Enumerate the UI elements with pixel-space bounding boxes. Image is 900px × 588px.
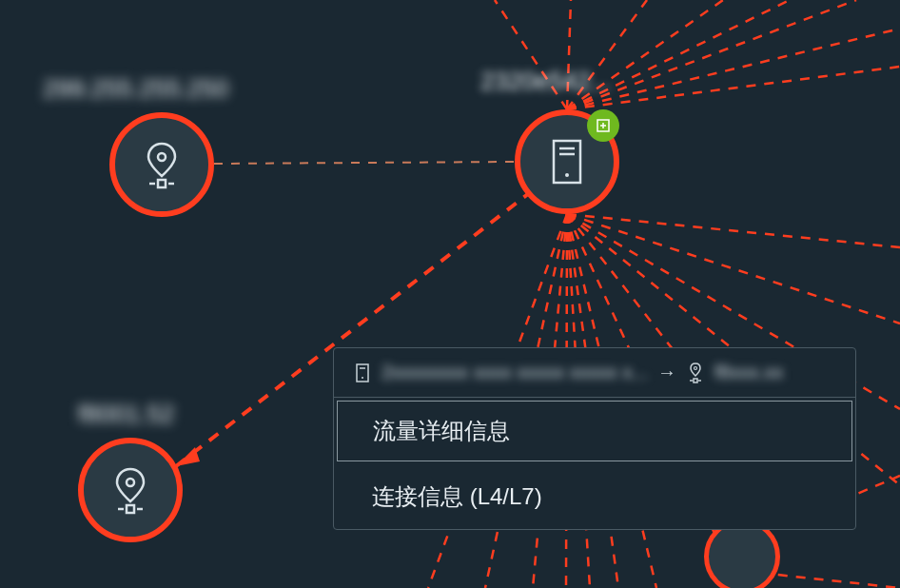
edge-context-menu: 2xxxxxxxx xxxx xxxxx xxxxx x... → f8xxx.… <box>333 347 856 530</box>
location-pin-icon <box>142 140 182 189</box>
svg-line-7 <box>567 29 900 109</box>
svg-line-0 <box>214 162 514 164</box>
node-label-bottom-left: f8001.52 <box>78 400 174 429</box>
location-pin-icon <box>686 363 705 383</box>
svg-point-37 <box>127 479 134 486</box>
context-target-label: f8xxx.xx <box>714 362 783 383</box>
svg-line-8 <box>567 67 900 109</box>
svg-rect-28 <box>158 180 166 187</box>
context-menu-item-connection-info[interactable]: 连接信息 (L4/L7) <box>334 464 855 529</box>
svg-rect-41 <box>357 364 368 382</box>
svg-point-44 <box>695 366 697 369</box>
svg-marker-23 <box>176 447 200 466</box>
location-pin-icon <box>110 465 150 515</box>
context-menu-header: 2xxxxxxxx xxxx xxxxx xxxxx x... → f8xxx.… <box>334 348 855 398</box>
node-bottom-left[interactable] <box>78 438 183 542</box>
plus-badge[interactable] <box>587 109 619 142</box>
node-center[interactable] <box>515 109 619 214</box>
server-icon <box>548 137 586 186</box>
node-label-center: 2320e542... <box>480 67 611 96</box>
svg-line-21 <box>567 214 900 247</box>
svg-point-33 <box>565 173 569 177</box>
svg-rect-39 <box>127 505 134 513</box>
arrow-right-icon: → <box>657 362 676 383</box>
svg-point-26 <box>158 153 166 161</box>
svg-line-20 <box>567 214 900 323</box>
node-top-left[interactable] <box>109 112 214 217</box>
plus-icon <box>596 118 611 133</box>
server-icon <box>353 363 372 383</box>
context-menu-item-traffic-details[interactable]: 流量详细信息 <box>337 401 852 461</box>
node-label-top-left: 299.255.255.250 <box>43 74 228 104</box>
context-source-label: 2xxxxxxxx xxxx xxxxx xxxxx x... <box>382 362 648 383</box>
svg-rect-46 <box>694 379 697 382</box>
svg-point-43 <box>362 377 363 379</box>
